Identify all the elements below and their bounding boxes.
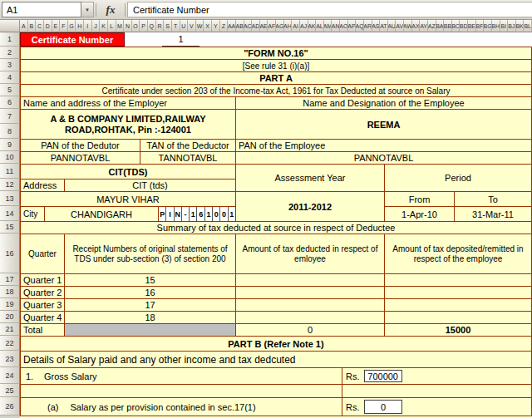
- row-header-13[interactable]: 13: [0, 191, 20, 206]
- row-header-4[interactable]: 4: [0, 71, 20, 84]
- column-header-W[interactable]: W: [196, 20, 204, 32]
- column-header-AE[interactable]: AE: [260, 20, 268, 32]
- select-all-corner[interactable]: [0, 20, 20, 32]
- cell-total-deposited[interactable]: 15000: [385, 324, 532, 336]
- cell-blank[interactable]: [402, 385, 532, 397]
- cell-employer-header[interactable]: Name and address of the Employer: [21, 97, 236, 109]
- cell-blank[interactable]: [402, 368, 532, 384]
- pin-char-box-8[interactable]: 0: [220, 207, 228, 221]
- cell-tax-deposited-3[interactable]: [385, 299, 532, 311]
- cell-to-label[interactable]: To: [455, 192, 532, 206]
- column-header-R[interactable]: R: [156, 20, 165, 32]
- column-header-AR[interactable]: AR: [364, 20, 372, 32]
- cell-form-title[interactable]: "FORM NO.16": [21, 47, 532, 59]
- column-header-AP[interactable]: AP: [348, 20, 357, 32]
- cell-blank[interactable]: [364, 385, 402, 397]
- column-header-K[interactable]: K: [100, 20, 108, 32]
- column-header-E[interactable]: E: [52, 20, 61, 32]
- cell-header-quarter[interactable]: Quarter: [21, 234, 65, 273]
- cell-tax-deducted-3[interactable]: [236, 299, 385, 311]
- cell-header-tax-deducted[interactable]: Amount of tax deducted in respect of eml…: [236, 234, 385, 273]
- column-header-S[interactable]: S: [164, 20, 172, 32]
- column-header-Q[interactable]: Q: [148, 20, 156, 32]
- row-header-2[interactable]: 2: [0, 47, 20, 59]
- cell-employee-name[interactable]: REEMA: [236, 110, 532, 139]
- cell-address-value[interactable]: MAYUR VIHAR: [21, 192, 235, 206]
- column-header-AU[interactable]: AU: [388, 20, 397, 32]
- row-header-25[interactable]: 25: [0, 384, 20, 397]
- column-header-U[interactable]: U: [180, 20, 189, 32]
- cell-tax-deducted-2[interactable]: [236, 287, 385, 298]
- column-header-BB[interactable]: BB: [444, 20, 452, 32]
- pin-char-box-2[interactable]: N: [175, 207, 182, 221]
- cell-details-title[interactable]: Details of Salary paid and any other inc…: [21, 352, 532, 367]
- cell-period-to[interactable]: 31-Mar-11: [455, 207, 532, 221]
- cell-receipt-number-4[interactable]: 18: [65, 312, 236, 323]
- column-header-M[interactable]: M: [116, 20, 125, 32]
- cell-rs-label[interactable]: Rs.: [342, 368, 364, 384]
- row-header-22[interactable]: 22: [0, 336, 20, 351]
- column-header-H[interactable]: H: [76, 20, 84, 32]
- pin-char-box-5[interactable]: 6: [197, 207, 204, 221]
- cell-tax-deducted-1[interactable]: [236, 274, 385, 286]
- row-header-16[interactable]: 16: [0, 234, 20, 273]
- column-header-T[interactable]: T: [172, 20, 180, 32]
- column-header-I[interactable]: I: [84, 20, 92, 32]
- cell-receipt-number-1[interactable]: 15: [65, 274, 236, 286]
- cell-tax-deposited-4[interactable]: [385, 312, 532, 323]
- cell-pan-employee-value[interactable]: PANNOTAVBL: [236, 152, 532, 164]
- row-header-19[interactable]: 19: [0, 298, 20, 311]
- cell-total-deducted[interactable]: 0: [236, 324, 385, 336]
- cell-pan-deductor-label[interactable]: PAN of the Dedutor: [21, 140, 140, 151]
- cell-assessment-year-value[interactable]: 2011-2012: [236, 192, 385, 221]
- column-header-AF[interactable]: AF: [268, 20, 276, 32]
- cell-receipt-number-3[interactable]: 17: [65, 299, 236, 311]
- cell-employer-name[interactable]: A & B COMPANY LIMITED,RAILWAY ROAD,ROHTA…: [21, 110, 236, 139]
- cell-header-receipt-numbers[interactable]: Receipt Numbers of original statements o…: [65, 234, 236, 273]
- cell-rule[interactable]: [See rule 31 (i)(a)]: [21, 60, 532, 71]
- cell-blank[interactable]: [342, 385, 364, 397]
- column-header-AW[interactable]: AW: [404, 20, 412, 32]
- pin-char-box-1[interactable]: I: [166, 207, 174, 221]
- column-header-BC[interactable]: BC: [452, 20, 461, 32]
- insert-function-icon[interactable]: fx: [98, 3, 123, 17]
- column-header-AQ[interactable]: AQ: [356, 20, 364, 32]
- row-header-6[interactable]: 6: [0, 96, 20, 109]
- column-header-AG[interactable]: AG: [276, 20, 284, 32]
- cell-salary-sec17-value[interactable]: 0: [364, 400, 402, 414]
- column-header-C[interactable]: C: [36, 20, 44, 32]
- cell-blank[interactable]: [125, 32, 162, 47]
- cell-certificate-number-value[interactable]: 1: [162, 32, 200, 47]
- cell-tax-deposited-1[interactable]: [385, 274, 532, 286]
- cell-city-value[interactable]: CHANDIGARH: [45, 207, 159, 221]
- cell-gross-salary-label[interactable]: 1. Gross Salary: [21, 368, 342, 384]
- column-header-AZ[interactable]: AZ: [428, 20, 436, 32]
- cell-quarter-label-3[interactable]: Quarter 3: [21, 299, 65, 311]
- cell-certificate-number-label[interactable]: Certificate Number: [20, 32, 125, 47]
- column-header-BA[interactable]: BA: [436, 20, 445, 32]
- column-header-X[interactable]: X: [204, 20, 212, 32]
- row-header-11[interactable]: 11: [0, 164, 20, 179]
- row-header-8[interactable]: 8: [0, 124, 20, 139]
- cell-tax-deposited-2[interactable]: [385, 287, 532, 298]
- column-header-J[interactable]: J: [92, 20, 101, 32]
- cell-part-b[interactable]: PART B (Refer Note 1): [21, 337, 532, 351]
- row-header-26[interactable]: 26: [0, 397, 20, 416]
- cell-pan-deductor-value[interactable]: PANNOTAVBL: [21, 152, 140, 164]
- column-header-V[interactable]: V: [188, 20, 196, 32]
- column-header-AN[interactable]: AN: [332, 20, 340, 32]
- cell-blank[interactable]: [402, 398, 532, 416]
- row-header-20[interactable]: 20: [0, 311, 20, 323]
- cell-rs-label[interactable]: Rs.: [342, 398, 364, 416]
- cell-period-label[interactable]: Period: [385, 165, 532, 191]
- column-header-AO[interactable]: AO: [340, 20, 348, 32]
- column-header-AK[interactable]: AK: [308, 20, 317, 32]
- column-header-BI[interactable]: BI: [500, 20, 509, 32]
- column-header-AJ[interactable]: AJ: [300, 20, 308, 32]
- cell-quarter-label-4[interactable]: Quarter 4: [21, 312, 65, 323]
- row-header-9[interactable]: 9: [0, 139, 20, 151]
- cell-total-label[interactable]: Total: [21, 324, 65, 336]
- name-box-dropdown-icon[interactable]: ▼: [81, 2, 94, 17]
- cell-part-a[interactable]: PART A: [21, 72, 532, 84]
- column-header-AC[interactable]: AC: [244, 20, 253, 32]
